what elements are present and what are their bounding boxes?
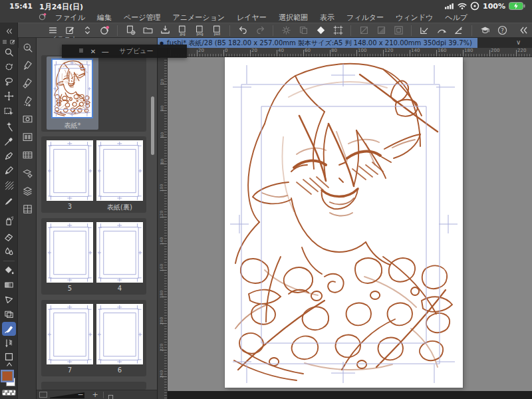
page-label: 3 — [47, 203, 93, 210]
status-time: 15:41 — [9, 2, 33, 12]
pencil-tool[interactable] — [2, 164, 16, 178]
deselect-icon[interactable] — [355, 24, 372, 37]
snap-special-ruler-icon[interactable] — [433, 24, 450, 37]
gradient-tool[interactable] — [2, 278, 16, 292]
status-bar: 15:41 1月24日(日) 100% — [0, 0, 532, 13]
document-info-bar[interactable]: ● fushi* 表紙/28 (B5 182.00 x 257.00mm 製本サ… — [154, 38, 477, 48]
layer-property-panel-icon[interactable] — [21, 166, 35, 180]
lasso-tool[interactable] — [2, 74, 16, 88]
transparent-color-swatch[interactable] — [2, 390, 16, 396]
help-icon[interactable] — [493, 24, 511, 37]
decoration-tool[interactable] — [2, 178, 16, 192]
eraser-tool[interactable] — [2, 230, 16, 244]
rotate-tool[interactable] — [2, 60, 16, 74]
subview-close-icon[interactable]: ✕ — [90, 48, 96, 55]
redo-icon[interactable] — [251, 24, 269, 37]
menu-file[interactable]: ファイル — [55, 13, 85, 23]
subview-palette-header[interactable]: ● ✕ ― サブビュー — [62, 45, 187, 58]
page-label: 5 — [47, 285, 93, 292]
wifi-icon — [458, 1, 467, 11]
transform-icon[interactable] — [329, 24, 346, 37]
save-icon[interactable] — [156, 24, 174, 37]
layer-panel-icon[interactable] — [21, 184, 35, 198]
material-panel-icon[interactable] — [21, 202, 35, 216]
bar-collapse-chevron-icon[interactable]: ∨ — [516, 39, 521, 46]
export-jpg-icon[interactable]: jpg — [174, 24, 191, 37]
blend-tool[interactable] — [2, 245, 16, 259]
page-thumbnail[interactable] — [96, 304, 143, 364]
timeline-panel-icon[interactable] — [21, 148, 35, 162]
page-thumbnail[interactable] — [96, 222, 143, 283]
page-thumbnail[interactable] — [47, 304, 93, 364]
zoom-tool[interactable] — [2, 45, 16, 59]
foreground-color-swatch[interactable] — [2, 371, 13, 381]
menu-layer[interactable]: レイヤー — [237, 13, 267, 23]
export-png-icon[interactable]: png — [191, 24, 208, 37]
clear-fill-icon[interactable] — [312, 24, 329, 37]
airbrush-tool[interactable] — [2, 214, 16, 228]
object-select-tool[interactable] — [2, 105, 16, 119]
subview-minimize-icon[interactable]: ― — [102, 48, 108, 55]
palette-dock — [19, 38, 37, 399]
page-thumbnail[interactable] — [47, 140, 93, 201]
tool-palette — [0, 23, 18, 399]
figure-tool[interactable] — [2, 293, 16, 307]
menu-window[interactable]: ウィンドウ — [396, 13, 433, 23]
selected-page-cell[interactable]: 表紙* — [47, 57, 98, 130]
selection-border-icon[interactable] — [390, 24, 407, 37]
orientation-lock-icon — [470, 1, 479, 11]
snap-ruler-icon[interactable] — [416, 24, 433, 37]
menu-view[interactable]: 表示 — [320, 13, 334, 23]
page-label: 4 — [96, 285, 143, 292]
fill-tool[interactable] — [2, 263, 16, 277]
panel-scrollbar[interactable] — [151, 96, 154, 155]
horizontal-ruler: 20020406080100120140160180200220 — [168, 48, 532, 57]
collapse-right-icon[interactable] — [515, 24, 532, 37]
page-thumbnail[interactable] — [96, 140, 143, 201]
brush-size-panel-icon[interactable] — [21, 94, 35, 108]
invert-selection-icon[interactable] — [372, 24, 390, 37]
canvas-area[interactable] — [168, 57, 532, 399]
app-logo-icon[interactable] — [38, 12, 47, 23]
pen-tool[interactable] — [2, 149, 16, 163]
frame-border-tool[interactable] — [2, 307, 16, 321]
auto-select-tool[interactable] — [2, 120, 16, 134]
snap-grid-icon[interactable] — [450, 24, 467, 37]
export-psd-icon[interactable]: psd — [208, 24, 225, 37]
subview-hamburger-icon[interactable] — [78, 47, 84, 55]
page-manager-panel-icon[interactable] — [21, 130, 35, 144]
page-row: 3 表紙(裏) — [41, 136, 146, 213]
marker-tool-selected[interactable] — [2, 322, 16, 336]
page-row: 5 4 — [41, 218, 146, 295]
clip-studio-paint-window: 15:41 1月24日(日) 100% ファイル 編集 ページ管理 アニメーショ… — [0, 0, 532, 399]
tool-property-panel-icon[interactable] — [21, 76, 35, 90]
zoom-in-thumbnails-button[interactable]: + — [90, 390, 100, 399]
page-thumbnail[interactable] — [47, 222, 93, 283]
sub-tool-panel-icon[interactable] — [21, 59, 35, 72]
menu-edit[interactable]: 編集 — [97, 13, 112, 23]
eyedropper-tool[interactable] — [2, 134, 16, 148]
scroll-up-icon[interactable] — [2, 360, 16, 368]
clip-studio-icon[interactable] — [96, 24, 113, 37]
brush-tool[interactable] — [2, 194, 16, 208]
menu-selection[interactable]: 選択範囲 — [279, 13, 308, 23]
line-correct-tool[interactable] — [2, 336, 16, 350]
tutorial-icon[interactable] — [476, 24, 493, 37]
quick-access-panel-icon[interactable] — [21, 41, 35, 55]
menu-animation[interactable]: アニメーション — [173, 13, 225, 23]
new-canvas-icon[interactable] — [122, 24, 139, 37]
navigator-panel-icon[interactable] — [21, 112, 35, 126]
zoom-out-thumbnails-button[interactable]: − — [75, 390, 86, 399]
canvas-page[interactable] — [225, 57, 463, 388]
move-tool[interactable] — [2, 89, 16, 103]
thumbnail-size-box[interactable] — [39, 392, 47, 398]
paste-icon[interactable] — [295, 24, 312, 37]
menu-help[interactable]: ヘルプ — [445, 13, 467, 23]
menu-page-manage[interactable]: ページ管理 — [124, 13, 161, 23]
cover-page-thumbnail[interactable] — [51, 59, 93, 118]
undo-icon[interactable] — [234, 24, 251, 37]
svg-text:png: png — [196, 32, 203, 36]
open-file-icon[interactable] — [139, 24, 156, 37]
single-page-view-icon[interactable] — [107, 391, 114, 399]
menu-filter[interactable]: フィルター — [346, 13, 384, 23]
